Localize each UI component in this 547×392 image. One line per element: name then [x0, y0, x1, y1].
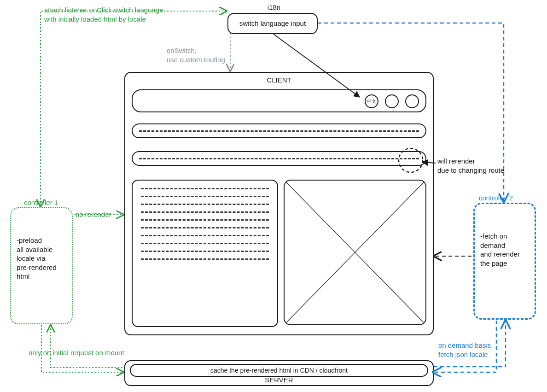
annot-no-rerender: no rerender — [76, 210, 131, 219]
annot-attach-listener: attach listener onClick switch language … — [44, 6, 210, 23]
client-header-bar: 中文 — [132, 89, 426, 112]
client-panel: CLIENT 中文 — [124, 72, 434, 335]
image-placeholder-icon — [284, 180, 426, 325]
client-row-2 — [132, 151, 426, 166]
diagram-canvas: { "i18n": { "title": "i18n", "switch_inp… — [0, 0, 547, 392]
lang-switch-button[interactable]: 中文 — [365, 94, 378, 108]
switch-language-input[interactable]: switch language input — [227, 13, 318, 34]
controller-2-panel: -fetch on demand and rerender the page — [473, 203, 536, 320]
server-title: SERVER — [125, 375, 433, 385]
controller-2-body: -fetch on demand and rerender the page — [480, 232, 529, 268]
conn-server-to-ctrl1 — [51, 326, 122, 368]
switch-language-input-label: switch language input — [239, 19, 306, 28]
annot-will-rerender: will rerender due to changing route — [437, 157, 530, 175]
emphasis-circle-icon — [396, 146, 425, 175]
controller1-title: controller 1 — [24, 198, 79, 207]
client-image-placeholder — [284, 180, 426, 325]
controller-1-panel: -preload all available locale via pre-re… — [10, 207, 73, 324]
server-cache-label: cache the pre-rendered html in CDN / clo… — [210, 366, 348, 374]
client-text-block — [132, 180, 278, 327]
controller-1-body: -preload all available locale via pre-re… — [17, 236, 66, 281]
annot-only-initial: only on initial request on mount — [29, 348, 167, 357]
client-title: CLIENT — [125, 76, 433, 85]
annot-on-switch: onSwitch, use custom routing — [167, 46, 259, 64]
svg-point-3 — [399, 148, 423, 172]
lang-switch-button-label: 中文 — [367, 98, 376, 105]
annot-on-demand: on demand basis fetch json locale — [438, 341, 530, 359]
header-circle-2[interactable] — [385, 94, 399, 108]
i18n-title: i18n — [256, 3, 292, 12]
client-row-1 — [132, 123, 426, 138]
server-panel: cache the pre-rendered html in CDN / clo… — [124, 360, 434, 386]
header-circle-3[interactable] — [405, 94, 419, 108]
controller2-title: controller 2 — [479, 193, 543, 203]
